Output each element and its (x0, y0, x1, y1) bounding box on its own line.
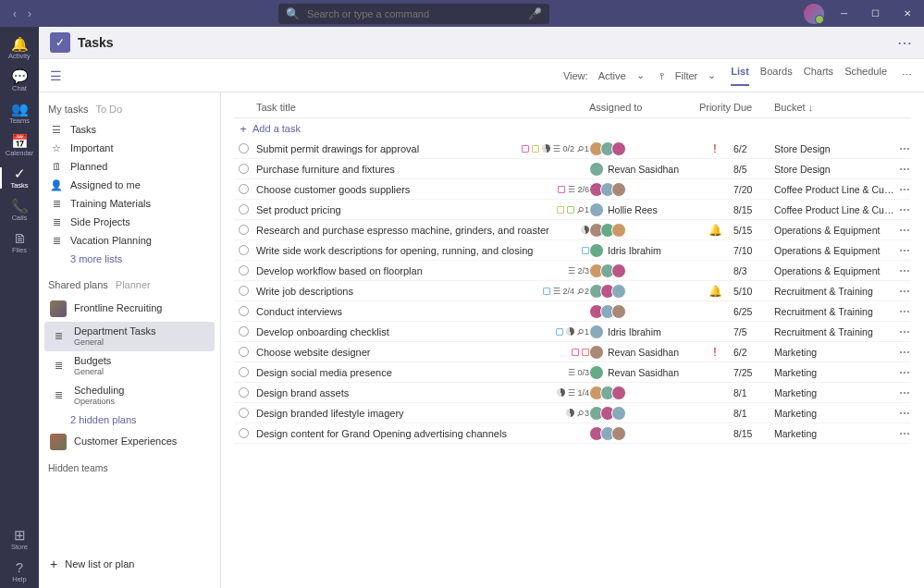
row-more-icon[interactable]: ⋯ (894, 285, 911, 298)
assigned-to[interactable] (589, 223, 696, 238)
rail-files[interactable]: 🗎Files (0, 227, 39, 259)
row-more-icon[interactable]: ⋯ (894, 142, 911, 155)
complete-checkbox[interactable] (239, 184, 249, 194)
task-due[interactable]: 7/25 (733, 367, 774, 378)
more-lists-link[interactable]: 3 more lists (44, 250, 215, 268)
assigned-to[interactable] (589, 263, 696, 278)
row-more-icon[interactable]: ⋯ (894, 183, 911, 196)
rail-tasks[interactable]: ✓Tasks (0, 162, 39, 194)
task-due[interactable]: 8/5 (733, 164, 774, 175)
task-due[interactable]: 8/15 (733, 204, 774, 215)
row-more-icon[interactable]: ⋯ (894, 366, 911, 379)
task-bucket[interactable]: Operations & Equipment (774, 225, 894, 236)
task-due[interactable]: 5/10 (733, 286, 774, 297)
plan-budgets[interactable]: ≣BudgetsGeneral (44, 351, 215, 381)
col-bucket[interactable]: Bucket ↓ (774, 102, 894, 113)
task-due[interactable]: 7/20 (733, 184, 774, 195)
row-more-icon[interactable]: ⋯ (894, 407, 911, 420)
table-row[interactable]: Choose customer goods suppliers☰ 2/67/20… (234, 179, 911, 200)
task-bucket[interactable]: Coffee Product Line & Cust... (774, 204, 894, 215)
assigned-to[interactable]: Revan Sasidhan (589, 365, 696, 380)
assigned-to[interactable] (589, 141, 696, 156)
nav-forward-icon[interactable]: › (24, 6, 35, 22)
task-priority[interactable]: 🔔 (696, 285, 733, 298)
row-more-icon[interactable]: ⋯ (894, 427, 911, 440)
rail-calls[interactable]: 📞Calls (0, 194, 39, 227)
task-title[interactable]: Purchase furniture and fixtures (256, 164, 395, 175)
task-bucket[interactable]: Recruitment & Training (774, 286, 894, 297)
complete-checkbox[interactable] (239, 326, 249, 337)
assigned-to[interactable] (589, 406, 696, 421)
complete-checkbox[interactable] (239, 164, 249, 174)
rail-chat[interactable]: 💬Chat (0, 65, 39, 97)
task-title[interactable]: Design social media presence (256, 367, 392, 378)
assigned-to[interactable] (589, 386, 696, 400)
col-assigned[interactable]: Assigned to (589, 102, 696, 113)
plan-scheduling[interactable]: ≣SchedulingOperations (44, 381, 215, 410)
rail-help[interactable]: ?Help (0, 556, 39, 588)
assigned-to[interactable] (589, 284, 696, 299)
window-maximize-icon[interactable]: ☐ (864, 5, 887, 22)
table-row[interactable]: Write job descriptions☰ 2/4⚲2🔔5/10Recrui… (234, 281, 911, 301)
task-bucket[interactable]: Operations & Equipment (774, 245, 894, 256)
search-box[interactable]: 🔍 🎤 (278, 4, 549, 24)
user-avatar[interactable] (804, 4, 824, 24)
task-bucket[interactable]: Marketing (774, 347, 894, 358)
row-more-icon[interactable]: ⋯ (894, 346, 911, 359)
rail-store[interactable]: ⊞Store (0, 523, 39, 556)
row-more-icon[interactable]: ⋯ (894, 264, 911, 277)
table-row[interactable]: Design social media presence☰ 0/3Revan S… (234, 362, 911, 383)
task-bucket[interactable]: Recruitment & Training (774, 306, 894, 317)
list-side-projects[interactable]: ≣Side Projects (44, 213, 215, 231)
complete-checkbox[interactable] (239, 367, 249, 377)
plan-department-tasks[interactable]: ≣Department TasksGeneral (44, 322, 215, 351)
complete-checkbox[interactable] (239, 347, 249, 357)
tab-list[interactable]: List (731, 66, 749, 86)
assigned-to[interactable]: Revan Sasidhan (589, 162, 696, 177)
list-important[interactable]: ☆Important (44, 139, 215, 157)
assigned-to[interactable] (589, 426, 696, 441)
table-row[interactable]: Develop workflow based on floorplan☰ 2/3… (234, 261, 911, 281)
complete-checkbox[interactable] (239, 225, 249, 235)
filter-button[interactable]: ⫯ Filter ⌄ (659, 69, 717, 81)
task-due[interactable]: 7/10 (733, 245, 774, 256)
task-due[interactable]: 6/2 (733, 347, 774, 358)
task-title[interactable]: Write side work descriptions for opening… (256, 245, 533, 256)
task-bucket[interactable]: Marketing (774, 387, 894, 398)
task-due[interactable]: 5/15 (733, 225, 774, 236)
complete-checkbox[interactable] (239, 245, 249, 255)
task-title[interactable]: Design branded lifestyle imagery (256, 408, 404, 419)
assigned-to[interactable]: Idris Ibrahim (589, 243, 696, 258)
table-row[interactable]: Set product pricing⚲1Hollie Rees8/15Coff… (234, 200, 911, 220)
tab-charts[interactable]: Charts (804, 66, 833, 86)
row-more-icon[interactable]: ⋯ (894, 325, 911, 338)
row-more-icon[interactable]: ⋯ (894, 224, 911, 237)
task-priority[interactable]: ! (696, 346, 733, 359)
window-close-icon[interactable]: ✕ (896, 5, 918, 22)
task-bucket[interactable]: Recruitment & Training (774, 326, 894, 337)
rail-calendar[interactable]: 📅Calendar (0, 129, 39, 162)
complete-checkbox[interactable] (239, 428, 249, 438)
hamburger-icon[interactable]: ☰ (50, 68, 62, 83)
table-row[interactable]: Submit permit drawings for approval☰ 0/2… (234, 139, 911, 159)
search-input[interactable] (307, 8, 521, 19)
complete-checkbox[interactable] (239, 143, 249, 153)
assigned-to[interactable]: Revan Sasidhan (589, 345, 696, 360)
hidden-plans-link[interactable]: 2 hidden plans (44, 410, 215, 429)
complete-checkbox[interactable] (239, 265, 249, 276)
table-row[interactable]: Research and purchase espresso machine, … (234, 220, 911, 240)
task-bucket[interactable]: Marketing (774, 367, 894, 378)
col-priority[interactable]: Priority (696, 102, 733, 113)
task-title[interactable]: Conduct interviews (256, 306, 342, 317)
nav-back-icon[interactable]: ‹ (9, 6, 20, 22)
table-row[interactable]: Design content for Grand Opening adverti… (234, 423, 911, 444)
task-title[interactable]: Write job descriptions (256, 286, 353, 297)
table-row[interactable]: Develop onboarding checklist⚲1Idris Ibra… (234, 322, 911, 342)
mic-icon[interactable]: 🎤 (528, 7, 542, 20)
table-row[interactable]: Purchase furniture and fixturesRevan Sas… (234, 159, 911, 179)
plan-frontline-recruiting[interactable]: Frontline Recruiting (44, 296, 215, 322)
add-task-row[interactable]: + Add a task (234, 118, 911, 139)
complete-checkbox[interactable] (239, 387, 249, 398)
new-list-button[interactable]: + New list or plan (44, 549, 215, 579)
task-title[interactable]: Submit permit drawings for approval (256, 143, 419, 154)
